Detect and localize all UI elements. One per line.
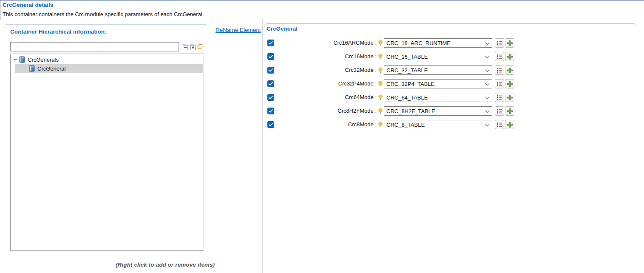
list-options-button-crc8mode[interactable] <box>495 120 504 129</box>
chevron-down-icon <box>485 124 490 127</box>
bulb-icon <box>378 67 383 74</box>
bulb-icon <box>378 108 383 114</box>
param-label-crc64mode: Crc64Mode : <box>276 94 377 100</box>
chevron-down-icon <box>485 110 490 113</box>
dropdown-crc16arcmode[interactable]: CRC_16_ARC_RUNTIME <box>384 38 492 48</box>
container-icon <box>19 56 25 63</box>
dropdown-value: CRC_64_TABLE <box>386 94 428 101</box>
chevron-down-icon <box>485 56 490 59</box>
checkmark-icon <box>268 122 273 127</box>
list-icon <box>496 67 503 73</box>
list-icon <box>496 94 503 100</box>
dropdown-value: CRC_32_TABLE <box>386 67 428 74</box>
bulb-icon <box>378 81 383 87</box>
add-icon <box>506 40 513 47</box>
checkbox-crc16arcmode[interactable] <box>267 40 274 46</box>
add-button-crc32p4mode[interactable] <box>505 79 514 88</box>
param-label-crc32p4mode: Crc32P4Mode : <box>276 80 377 87</box>
list-icon <box>496 54 503 60</box>
bulb-icon <box>378 54 383 60</box>
right-section-title: CrcGeneral <box>267 26 298 32</box>
add-icon <box>506 108 513 115</box>
dropdown-value: CRC_16_ARC_RUNTIME <box>386 40 451 46</box>
add-button-crc8h2fmode[interactable] <box>505 106 514 116</box>
add-icon <box>506 67 513 74</box>
checkmark-icon <box>268 109 273 113</box>
dropdown-value: CRC_32P4_TABLE <box>386 81 434 87</box>
rename-element-link[interactable]: ReName Element <box>216 27 261 33</box>
collapse-all-button[interactable] <box>181 43 188 51</box>
param-label-crc8mode: Crc8Mode : <box>276 121 377 128</box>
chevron-down-icon[interactable] <box>13 58 17 61</box>
refresh-sync-icon <box>196 43 204 50</box>
refresh-button[interactable] <box>196 43 204 50</box>
page-description: This container containers the Crc module… <box>3 11 204 17</box>
list-options-button-crc16mode[interactable] <box>495 52 504 61</box>
dropdown-crc32mode[interactable]: CRC_32_TABLE <box>384 65 492 75</box>
dropdown-value: CRC_16_TABLE <box>386 54 428 60</box>
tree-item-crcgeneral[interactable]: CrcGeneral <box>11 64 204 73</box>
right-section-border <box>264 23 636 27</box>
list-icon <box>496 122 503 128</box>
checkmark-icon <box>268 68 273 72</box>
checkmark-icon <box>268 82 273 86</box>
crc-configuration-editor: CrcGeneral details This container contai… <box>0 0 644 273</box>
add-button-crc16arcmode[interactable] <box>505 38 514 48</box>
dropdown-value: CRC_8H2F_TABLE <box>386 108 435 114</box>
list-options-button-crc64mode[interactable] <box>495 93 504 102</box>
dropdown-crc16mode[interactable]: CRC_16_TABLE <box>384 52 492 61</box>
page-title: CrcGeneral details <box>3 2 53 8</box>
add-button-crc8mode[interactable] <box>505 120 514 129</box>
hierarchy-filter-input[interactable] <box>10 42 179 51</box>
tree-hint-text: (Right click to add or remove items) <box>116 262 215 268</box>
list-icon <box>496 40 503 46</box>
tree-item-label: CrcGeneral <box>37 65 65 72</box>
bulb-icon <box>378 94 383 101</box>
add-button-crc64mode[interactable] <box>505 93 514 102</box>
panel-splitter[interactable] <box>262 19 263 273</box>
tree-item-crcgenerals[interactable]: CrcGenerals <box>11 55 204 64</box>
dropdown-value: CRC_8_TABLE <box>386 122 425 128</box>
add-icon <box>506 121 513 128</box>
dropdown-crc8h2fmode[interactable]: CRC_8H2F_TABLE <box>384 106 492 116</box>
param-label-crc16mode: Crc16Mode : <box>276 53 377 60</box>
checkbox-crc64mode[interactable] <box>267 94 274 101</box>
list-options-button-crc16arcmode[interactable] <box>495 38 504 48</box>
add-icon <box>506 80 513 88</box>
tree-item-label: CrcGenerals <box>28 57 59 63</box>
container-hierarchy-tree[interactable]: CrcGenerals CrcGeneral <box>10 54 204 251</box>
add-button-crc16mode[interactable] <box>505 52 514 61</box>
add-icon <box>506 53 513 60</box>
list-options-button-crc32p4mode[interactable] <box>495 79 504 88</box>
checkmark-icon <box>268 41 273 45</box>
list-options-button-crc32mode[interactable] <box>495 65 504 75</box>
checkbox-crc16mode[interactable] <box>267 53 274 60</box>
param-label-crc16arcmode: Crc16ARCMode : <box>276 40 377 46</box>
add-button-crc32mode[interactable] <box>505 65 514 75</box>
expand-all-icon <box>189 44 196 51</box>
dropdown-crc8mode[interactable]: CRC_8_TABLE <box>384 120 492 129</box>
checkbox-crc8mode[interactable] <box>267 121 274 128</box>
list-icon <box>496 81 503 87</box>
checkmark-icon <box>268 54 273 59</box>
checkbox-crc32mode[interactable] <box>267 67 274 74</box>
param-label-crc32mode: Crc32Mode : <box>276 67 377 73</box>
checkmark-icon <box>268 95 273 100</box>
chevron-down-icon <box>485 69 490 72</box>
expand-all-button[interactable] <box>189 43 196 51</box>
bulb-icon <box>378 40 383 46</box>
checkbox-crc32p4mode[interactable] <box>267 80 274 87</box>
list-options-button-crc8h2fmode[interactable] <box>495 106 504 116</box>
top-divider <box>0 0 644 1</box>
left-edge-divider <box>0 0 0 20</box>
checkbox-crc8h2fmode[interactable] <box>267 108 274 114</box>
chevron-down-icon <box>485 83 490 86</box>
chevron-down-icon <box>485 42 490 45</box>
bulb-icon <box>378 122 383 128</box>
dropdown-crc64mode[interactable]: CRC_64_TABLE <box>384 93 492 102</box>
collapse-all-icon <box>182 44 188 51</box>
left-section-title: Container Hierarchical information: <box>10 28 107 35</box>
dropdown-crc32p4mode[interactable]: CRC_32P4_TABLE <box>384 79 492 88</box>
chevron-down-icon <box>485 97 490 100</box>
param-label-crc8h2fmode: Crc8H2FMode : <box>276 108 377 114</box>
